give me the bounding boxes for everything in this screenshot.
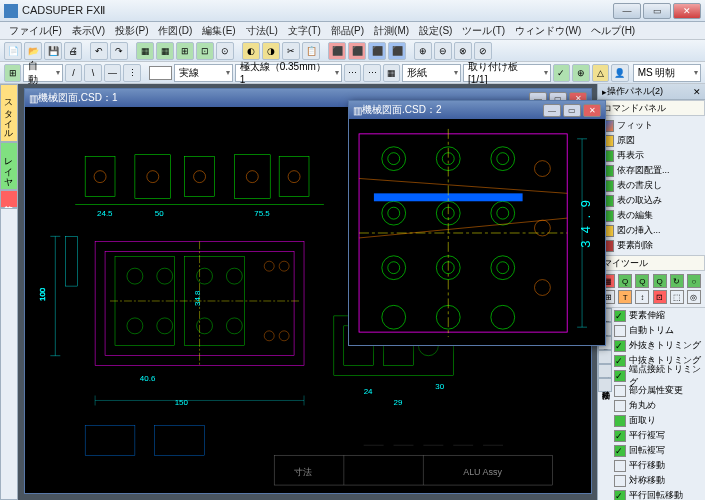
- cmd-edit-table[interactable]: 表の編集: [600, 208, 703, 223]
- panel-header[interactable]: ▸ 操作パネル(2) ✕: [598, 84, 705, 100]
- mode-icon[interactable]: ⊞: [4, 64, 21, 82]
- grid-tool[interactable]: ↕: [635, 290, 649, 304]
- tool-icon[interactable]: ✂: [282, 42, 300, 60]
- tool-outtrim[interactable]: ✓外抜きトリミング: [612, 338, 705, 353]
- tool-icon[interactable]: ◐: [242, 42, 260, 60]
- new-icon[interactable]: 📄: [4, 42, 22, 60]
- cmd-depend[interactable]: 依存図配置...: [600, 163, 703, 178]
- pattern-select[interactable]: 形紙: [402, 64, 461, 82]
- close-button[interactable]: ✕: [673, 3, 701, 19]
- grid-tool[interactable]: Q: [653, 274, 667, 288]
- menu-measure[interactable]: 計測(M): [369, 24, 414, 38]
- tool-icon[interactable]: 👤: [611, 64, 628, 82]
- menu-dimension[interactable]: 寸法(L): [241, 24, 283, 38]
- tool-icon[interactable]: ⬛: [328, 42, 346, 60]
- sidetab-layer[interactable]: レイヤ: [0, 142, 18, 190]
- cmd-insert[interactable]: 図の挿入...: [600, 223, 703, 238]
- font-select[interactable]: MS 明朝: [633, 64, 701, 82]
- tool-icon[interactable]: ⬛: [348, 42, 366, 60]
- tool-icon[interactable]: \: [84, 64, 101, 82]
- lineweight-select[interactable]: 極太線（0.35mm）1: [235, 64, 342, 82]
- grid-tool[interactable]: ○: [687, 274, 701, 288]
- tool-icon[interactable]: ✓: [553, 64, 570, 82]
- dash-icon[interactable]: ⋯: [363, 64, 380, 82]
- menu-file[interactable]: ファイル(F): [4, 24, 67, 38]
- cmd-redraw[interactable]: 再表示: [600, 148, 703, 163]
- menu-help[interactable]: ヘルプ(H): [586, 24, 640, 38]
- tool-icon[interactable]: /: [65, 64, 82, 82]
- menu-projection[interactable]: 投影(P): [110, 24, 153, 38]
- tool-icon[interactable]: ⊙: [216, 42, 234, 60]
- grid-tool[interactable]: Q: [618, 274, 632, 288]
- tool-mirror[interactable]: 対称移動: [612, 473, 705, 488]
- tool-icon[interactable]: ◑: [262, 42, 280, 60]
- menu-view[interactable]: 表示(V): [67, 24, 110, 38]
- grid-tool[interactable]: ◎: [687, 290, 701, 304]
- menu-window[interactable]: ウィンドウ(W): [510, 24, 586, 38]
- tool-icon[interactable]: △: [592, 64, 609, 82]
- color-swatch[interactable]: [149, 66, 172, 80]
- tool-endtrim[interactable]: ✓端点接続トリミング: [612, 368, 705, 383]
- tool-parmove[interactable]: 平行移動: [612, 458, 705, 473]
- cat-connect[interactable]: 接続移動: [598, 378, 612, 392]
- tool-icon[interactable]: ⊖: [434, 42, 452, 60]
- tool-autotrim[interactable]: 自動トリム: [612, 323, 705, 338]
- frame-select[interactable]: 取り付け板 [1/1]: [463, 64, 551, 82]
- tool-parcopy[interactable]: ✓平行複写: [612, 428, 705, 443]
- sidetab-state[interactable]: 状態切替: [0, 190, 18, 208]
- grid-tool[interactable]: ↻: [670, 274, 684, 288]
- tool-icon[interactable]: ⊕: [414, 42, 432, 60]
- grid-tool[interactable]: ⊡: [653, 290, 667, 304]
- doc-min-button[interactable]: —: [543, 104, 561, 117]
- tool-fillet[interactable]: 角丸め: [612, 398, 705, 413]
- minimize-button[interactable]: —: [613, 3, 641, 19]
- cmd-delete[interactable]: 要素削除: [600, 238, 703, 253]
- grid-icon[interactable]: ▦: [383, 64, 400, 82]
- tool-icon[interactable]: ⋮: [123, 64, 140, 82]
- menu-tools[interactable]: ツール(T): [457, 24, 510, 38]
- tool-icon[interactable]: ⬛: [388, 42, 406, 60]
- redo-icon[interactable]: ↷: [110, 42, 128, 60]
- menu-draw[interactable]: 作図(D): [153, 24, 197, 38]
- grid-tool[interactable]: ⬚: [670, 290, 684, 304]
- menu-parts[interactable]: 部品(P): [326, 24, 369, 38]
- menu-text[interactable]: 文字(T): [283, 24, 326, 38]
- tool-extend[interactable]: ✓要素伸縮: [612, 308, 705, 323]
- save-icon[interactable]: 💾: [44, 42, 62, 60]
- cmd-fit[interactable]: フィット: [600, 118, 703, 133]
- tool-icon[interactable]: ⊡: [196, 42, 214, 60]
- tool-icon[interactable]: ⊞: [176, 42, 194, 60]
- print-icon[interactable]: 🖨: [64, 42, 82, 60]
- menu-edit[interactable]: 編集(E): [197, 24, 240, 38]
- doc-max-button[interactable]: ▭: [563, 104, 581, 117]
- tool-icon[interactable]: ▦: [156, 42, 174, 60]
- tool-icon[interactable]: —: [104, 64, 121, 82]
- cmd-import[interactable]: 表の取込み: [600, 193, 703, 208]
- tool-icon[interactable]: ⬛: [368, 42, 386, 60]
- tool-icon[interactable]: ▦: [136, 42, 154, 60]
- grid-tool[interactable]: T: [618, 290, 632, 304]
- tool-icon[interactable]: 📋: [302, 42, 320, 60]
- cat-text[interactable]: 文字: [598, 350, 612, 364]
- maximize-button[interactable]: ▭: [643, 3, 671, 19]
- cmd-original[interactable]: 原図: [600, 133, 703, 148]
- tool-chamfer[interactable]: 面取り: [612, 413, 705, 428]
- panel-tab-mytool[interactable]: マイツール: [598, 255, 705, 271]
- tool-icon[interactable]: ⊕: [572, 64, 589, 82]
- tool-icon[interactable]: ⊗: [454, 42, 472, 60]
- cat-transform[interactable]: 変形: [598, 364, 612, 378]
- tool-parrotmove[interactable]: ✓平行回転移動: [612, 488, 705, 500]
- doc-header-2[interactable]: ▥ 機械図面.CSD：2 — ▭ ✕: [349, 101, 605, 119]
- linetype-select[interactable]: 実線: [174, 64, 233, 82]
- cmd-writeback[interactable]: 表の書戻し: [600, 178, 703, 193]
- cad-viewport-2[interactable]: 3 4 . 9: [349, 119, 605, 345]
- sidetab-style[interactable]: スタイル: [0, 84, 18, 142]
- tool-icon[interactable]: ⊘: [474, 42, 492, 60]
- panel-tab-command[interactable]: コマンドパネル: [598, 100, 705, 116]
- grid-tool[interactable]: Q: [635, 274, 649, 288]
- menu-settings[interactable]: 設定(S): [414, 24, 457, 38]
- tool-rotcopy[interactable]: ✓回転複写: [612, 443, 705, 458]
- dash-icon[interactable]: ⋯: [344, 64, 361, 82]
- sidetab-other[interactable]: [0, 208, 18, 500]
- auto-select[interactable]: 自動: [23, 64, 62, 82]
